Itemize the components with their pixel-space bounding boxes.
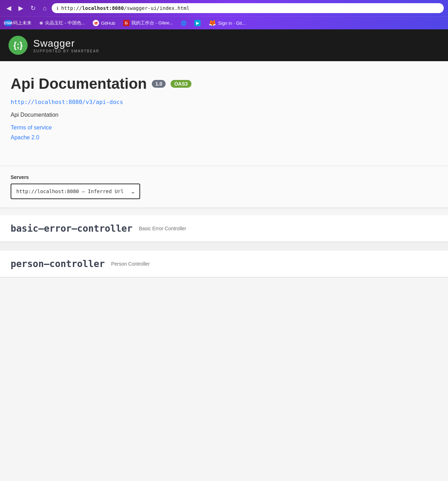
globe-icon: 🌐 xyxy=(181,21,186,26)
swagger-brand: Swagger Supported by SMARTBEAR xyxy=(33,38,99,53)
dsm-icon: DSM xyxy=(5,20,11,26)
swagger-logo-text: {;} xyxy=(13,40,23,50)
server-select[interactable]: http://localhost:8080 – Inferred Url xyxy=(11,184,140,199)
api-description: Api Documentation xyxy=(11,112,437,118)
servers-controllers-divider xyxy=(0,208,448,208)
home-button[interactable]: ⌂ xyxy=(41,3,49,13)
api-url-link[interactable]: http://localhost:8080/v3/api-docs xyxy=(11,99,437,105)
address-url: http://localhost:8080/swagger-ui/index.h… xyxy=(61,5,189,11)
license-link[interactable]: Apache 2.0 xyxy=(11,134,437,141)
version-badge: 1.0 xyxy=(152,80,166,88)
swagger-brand-sub: Supported by SMARTBEAR xyxy=(33,49,99,53)
forward-button[interactable]: ▶ xyxy=(16,3,25,13)
gitlab-icon: 🦊 xyxy=(208,19,216,27)
bookmark-gitee-label: 我的工作台 - Gitee... xyxy=(131,20,173,26)
bookmarks-bar: DSM 码上未来 ❋ 尖晶玉红 - 中国色... 🐙 GitHub G 我的工作… xyxy=(0,16,448,29)
bookmark-gitee[interactable]: G 我的工作台 - Gitee... xyxy=(122,19,174,27)
gitee-icon: G xyxy=(123,20,130,26)
bookmark-flower-label: 尖晶玉红 - 中国色... xyxy=(45,20,85,26)
servers-label: Servers xyxy=(11,174,437,180)
github-icon: 🐙 xyxy=(93,20,99,26)
bookmark-dsm[interactable]: DSM 码上未来 xyxy=(4,19,33,27)
controller-name-basic-error: basic–error–controller xyxy=(11,223,132,234)
api-title: Api Documentation xyxy=(11,75,147,92)
swagger-header: {;} Swagger Supported by SMARTBEAR xyxy=(0,29,448,61)
bookmark-flower[interactable]: ❋ 尖晶玉红 - 中国色... xyxy=(38,19,86,27)
url-path: /swagger-ui/index.html xyxy=(124,5,189,11)
server-select-wrapper: http://localhost:8080 – Inferred Url ⌄ xyxy=(11,184,140,199)
controller-divider-2 xyxy=(0,277,448,278)
refresh-button[interactable]: ↻ xyxy=(28,3,38,13)
api-title-row: Api Documentation 1.0 OAS3 xyxy=(11,75,437,92)
back-button[interactable]: ◀ xyxy=(4,3,13,13)
controller-name-person: person–controller xyxy=(11,259,105,269)
swagger-brand-name: Swagger xyxy=(33,38,99,49)
bookmark-gitlab-label: Sign in · Git... xyxy=(218,21,246,26)
controller-desc-basic-error: Basic Error Controller xyxy=(139,226,186,231)
bookmark-github[interactable]: 🐙 GitHub xyxy=(91,19,116,27)
url-prefix: http:// xyxy=(61,5,82,11)
content-area: Api Documentation 1.0 OAS3 http://localh… xyxy=(0,61,448,166)
info-icon: ℹ xyxy=(57,6,58,11)
swagger-logo: {;} xyxy=(8,36,28,55)
bookmark-globe[interactable]: 🌐 xyxy=(179,20,188,27)
address-bar[interactable]: ℹ http://localhost:8080/swagger-ui/index… xyxy=(52,3,444,13)
terms-of-service-link[interactable]: Terms of service xyxy=(11,124,437,131)
bookmark-dsm-label: 码上未来 xyxy=(13,20,31,26)
controllers-section: basic–error–controller Basic Error Contr… xyxy=(0,215,448,278)
oas-badge: OAS3 xyxy=(171,80,191,88)
bookmark-github-label: GitHub xyxy=(101,21,115,26)
bilibili-icon: ▶ xyxy=(194,20,201,26)
servers-section: Servers http://localhost:8080 – Inferred… xyxy=(0,166,448,208)
browser-chrome: ◀ ▶ ↻ ⌂ ℹ http://localhost:8080/swagger-… xyxy=(0,0,448,16)
controller-divider-1 xyxy=(0,242,448,242)
controller-item-basic-error[interactable]: basic–error–controller Basic Error Contr… xyxy=(0,215,448,242)
flower-icon: ❋ xyxy=(39,21,43,26)
controller-desc-person: Person Controller xyxy=(111,261,150,267)
bookmark-gitlab[interactable]: 🦊 Sign in · Git... xyxy=(207,18,247,28)
bookmark-bilibili[interactable]: ▶ xyxy=(193,19,202,27)
api-info: Api Documentation 1.0 OAS3 http://localh… xyxy=(11,75,437,155)
controller-item-person[interactable]: person–controller Person Controller xyxy=(0,251,448,277)
url-host: localhost:8080 xyxy=(82,5,124,11)
